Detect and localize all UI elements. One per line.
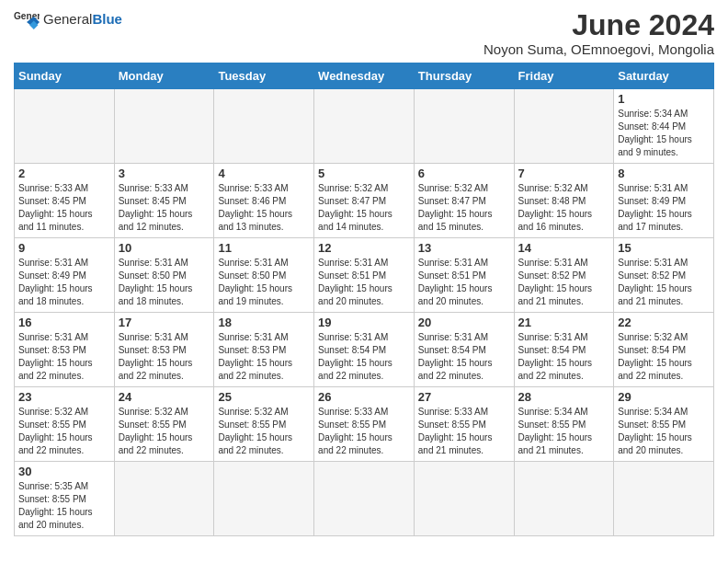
calendar-day-cell: 7Sunrise: 5:32 AM Sunset: 8:48 PM Daylig… — [514, 164, 614, 238]
location-title: Noyon Suma, OEmnoegovi, Mongolia — [483, 41, 714, 57]
calendar-day-cell: 25Sunrise: 5:32 AM Sunset: 8:55 PM Dayli… — [214, 387, 314, 462]
calendar-day-cell: 24Sunrise: 5:32 AM Sunset: 8:55 PM Dayli… — [114, 387, 214, 462]
weekday-header-sunday: Sunday — [15, 63, 115, 89]
day-info: Sunrise: 5:35 AM Sunset: 8:55 PM Dayligh… — [18, 480, 110, 532]
day-number: 21 — [518, 316, 610, 329]
day-number: 13 — [418, 241, 510, 255]
day-info: Sunrise: 5:31 AM Sunset: 8:53 PM Dayligh… — [119, 331, 210, 383]
logo: General GeneralBlue — [14, 9, 122, 29]
day-number: 3 — [119, 167, 210, 180]
calendar-day-cell: 13Sunrise: 5:31 AM Sunset: 8:51 PM Dayli… — [414, 238, 514, 313]
calendar-day-cell: 28Sunrise: 5:34 AM Sunset: 8:55 PM Dayli… — [514, 387, 614, 462]
weekday-header-monday: Monday — [114, 63, 214, 89]
month-title: June 2024 — [483, 9, 714, 41]
day-info: Sunrise: 5:31 AM Sunset: 8:49 PM Dayligh… — [18, 257, 110, 308]
calendar-day-cell: 19Sunrise: 5:31 AM Sunset: 8:54 PM Dayli… — [314, 313, 415, 387]
day-number: 25 — [218, 390, 310, 404]
day-info: Sunrise: 5:33 AM Sunset: 8:45 PM Dayligh… — [18, 182, 110, 234]
day-info: Sunrise: 5:31 AM Sunset: 8:50 PM Dayligh… — [119, 257, 210, 308]
calendar-week-row: 30Sunrise: 5:35 AM Sunset: 8:55 PM Dayli… — [15, 462, 714, 536]
calendar-header-row: SundayMondayTuesdayWednesdayThursdayFrid… — [15, 63, 714, 89]
calendar-day-cell: 26Sunrise: 5:33 AM Sunset: 8:55 PM Dayli… — [314, 387, 415, 462]
calendar-day-cell: 29Sunrise: 5:34 AM Sunset: 8:55 PM Dayli… — [614, 387, 714, 462]
day-number: 20 — [418, 316, 510, 329]
calendar-day-cell — [214, 462, 314, 536]
calendar-day-cell: 11Sunrise: 5:31 AM Sunset: 8:50 PM Dayli… — [214, 238, 314, 313]
day-number: 7 — [518, 167, 610, 180]
day-number: 26 — [318, 390, 410, 404]
calendar-day-cell: 9Sunrise: 5:31 AM Sunset: 8:49 PM Daylig… — [15, 238, 115, 313]
title-area: June 2024 Noyon Suma, OEmnoegovi, Mongol… — [483, 9, 714, 57]
calendar-week-row: 23Sunrise: 5:32 AM Sunset: 8:55 PM Dayli… — [15, 387, 714, 462]
day-info: Sunrise: 5:31 AM Sunset: 8:54 PM Dayligh… — [518, 331, 610, 383]
day-info: Sunrise: 5:31 AM Sunset: 8:52 PM Dayligh… — [618, 257, 710, 308]
weekday-header-thursday: Thursday — [414, 63, 514, 89]
day-info: Sunrise: 5:31 AM Sunset: 8:51 PM Dayligh… — [318, 257, 410, 308]
calendar-day-cell — [15, 89, 115, 164]
calendar-day-cell: 22Sunrise: 5:32 AM Sunset: 8:54 PM Dayli… — [614, 313, 714, 387]
day-number: 19 — [318, 316, 410, 329]
day-number: 9 — [18, 241, 110, 255]
day-number: 29 — [618, 390, 710, 404]
day-info: Sunrise: 5:31 AM Sunset: 8:49 PM Dayligh… — [618, 182, 710, 234]
calendar-week-row: 16Sunrise: 5:31 AM Sunset: 8:53 PM Dayli… — [15, 313, 714, 387]
calendar-day-cell: 2Sunrise: 5:33 AM Sunset: 8:45 PM Daylig… — [15, 164, 115, 238]
calendar-day-cell: 21Sunrise: 5:31 AM Sunset: 8:54 PM Dayli… — [514, 313, 614, 387]
day-number: 30 — [18, 465, 110, 478]
weekday-header-saturday: Saturday — [614, 63, 714, 89]
day-number: 1 — [618, 92, 710, 106]
calendar-day-cell: 4Sunrise: 5:33 AM Sunset: 8:46 PM Daylig… — [214, 164, 314, 238]
day-info: Sunrise: 5:31 AM Sunset: 8:51 PM Dayligh… — [418, 257, 510, 308]
day-info: Sunrise: 5:33 AM Sunset: 8:46 PM Dayligh… — [218, 182, 310, 234]
day-info: Sunrise: 5:31 AM Sunset: 8:53 PM Dayligh… — [218, 331, 310, 383]
day-info: Sunrise: 5:32 AM Sunset: 8:47 PM Dayligh… — [318, 182, 410, 234]
calendar-day-cell: 6Sunrise: 5:32 AM Sunset: 8:47 PM Daylig… — [414, 164, 514, 238]
day-number: 16 — [18, 316, 110, 329]
calendar-day-cell: 15Sunrise: 5:31 AM Sunset: 8:52 PM Dayli… — [614, 238, 714, 313]
day-info: Sunrise: 5:31 AM Sunset: 8:54 PM Dayligh… — [318, 331, 410, 383]
calendar-week-row: 9Sunrise: 5:31 AM Sunset: 8:49 PM Daylig… — [15, 238, 714, 313]
calendar-day-cell: 23Sunrise: 5:32 AM Sunset: 8:55 PM Dayli… — [15, 387, 115, 462]
calendar-week-row: 1Sunrise: 5:34 AM Sunset: 8:44 PM Daylig… — [15, 89, 714, 164]
weekday-header-tuesday: Tuesday — [214, 63, 314, 89]
day-number: 27 — [418, 390, 510, 404]
calendar-day-cell: 14Sunrise: 5:31 AM Sunset: 8:52 PM Dayli… — [514, 238, 614, 313]
day-info: Sunrise: 5:32 AM Sunset: 8:55 PM Dayligh… — [119, 406, 210, 457]
calendar-day-cell: 8Sunrise: 5:31 AM Sunset: 8:49 PM Daylig… — [614, 164, 714, 238]
day-info: Sunrise: 5:32 AM Sunset: 8:48 PM Dayligh… — [518, 182, 610, 234]
day-number: 18 — [218, 316, 310, 329]
day-info: Sunrise: 5:34 AM Sunset: 8:55 PM Dayligh… — [618, 406, 710, 457]
day-number: 5 — [318, 167, 410, 180]
day-number: 23 — [18, 390, 110, 404]
calendar-table: SundayMondayTuesdayWednesdayThursdayFrid… — [14, 63, 714, 536]
calendar-day-cell: 10Sunrise: 5:31 AM Sunset: 8:50 PM Dayli… — [114, 238, 214, 313]
calendar-day-cell — [114, 89, 214, 164]
calendar-day-cell — [314, 462, 415, 536]
calendar-week-row: 2Sunrise: 5:33 AM Sunset: 8:45 PM Daylig… — [15, 164, 714, 238]
calendar-day-cell: 27Sunrise: 5:33 AM Sunset: 8:55 PM Dayli… — [414, 387, 514, 462]
day-number: 24 — [119, 390, 210, 404]
day-number: 12 — [318, 241, 410, 255]
calendar-day-cell: 1Sunrise: 5:34 AM Sunset: 8:44 PM Daylig… — [614, 89, 714, 164]
calendar-day-cell — [314, 89, 415, 164]
calendar-day-cell — [414, 462, 514, 536]
day-number: 17 — [119, 316, 210, 329]
calendar-day-cell — [414, 89, 514, 164]
calendar-day-cell: 16Sunrise: 5:31 AM Sunset: 8:53 PM Dayli… — [15, 313, 115, 387]
day-number: 2 — [18, 167, 110, 180]
calendar-day-cell: 3Sunrise: 5:33 AM Sunset: 8:45 PM Daylig… — [114, 164, 214, 238]
generalblue-logo-icon: General — [14, 9, 40, 29]
day-number: 15 — [618, 241, 710, 255]
day-info: Sunrise: 5:32 AM Sunset: 8:55 PM Dayligh… — [218, 406, 310, 457]
day-info: Sunrise: 5:31 AM Sunset: 8:52 PM Dayligh… — [518, 257, 610, 308]
logo-general-text: General — [43, 11, 92, 27]
weekday-header-wednesday: Wednesday — [314, 63, 415, 89]
day-number: 28 — [518, 390, 610, 404]
calendar-day-cell — [614, 462, 714, 536]
day-number: 4 — [218, 167, 310, 180]
calendar-day-cell: 12Sunrise: 5:31 AM Sunset: 8:51 PM Dayli… — [314, 238, 415, 313]
day-number: 10 — [119, 241, 210, 255]
day-info: Sunrise: 5:31 AM Sunset: 8:54 PM Dayligh… — [418, 331, 510, 383]
day-info: Sunrise: 5:31 AM Sunset: 8:50 PM Dayligh… — [218, 257, 310, 308]
day-info: Sunrise: 5:33 AM Sunset: 8:45 PM Dayligh… — [119, 182, 210, 234]
